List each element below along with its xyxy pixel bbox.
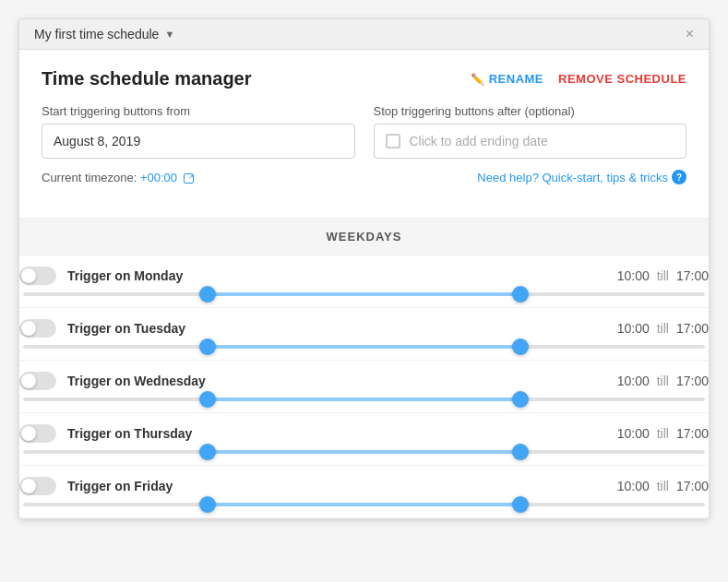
end-date-checkbox[interactable] xyxy=(386,134,400,148)
slider-thumb-start[interactable] xyxy=(199,496,216,513)
day-left: Trigger on Friday xyxy=(19,477,173,495)
day-left: Trigger on Thursday xyxy=(19,424,192,443)
help-link-text: Need help? Quick-start, tips & tricks xyxy=(477,171,668,184)
pencil-icon: ✏️ xyxy=(471,73,485,86)
slider-thumb-start[interactable] xyxy=(199,286,216,303)
toggle-knob xyxy=(21,268,36,283)
slider-fill xyxy=(208,292,521,296)
slider-row xyxy=(19,503,709,517)
toggle-knob xyxy=(21,374,36,388)
till-text: till xyxy=(657,268,669,283)
main-window: My first time schedule ▼ × Time schedule… xyxy=(18,18,710,519)
slider-track[interactable] xyxy=(23,345,705,349)
slider-track[interactable] xyxy=(23,503,705,506)
start-time: 10:00 xyxy=(617,268,650,283)
section-header: Time schedule manager ✏️ RENAME REMOVE S… xyxy=(42,68,686,89)
end-date-label: Stop triggering buttons after (optional) xyxy=(374,104,687,118)
title-bar-left: My first time schedule ▼ xyxy=(34,27,174,42)
window-title: My first time schedule xyxy=(34,27,159,42)
slider-thumb-start[interactable] xyxy=(199,444,216,460)
slider-thumb-start[interactable] xyxy=(199,339,216,355)
start-time: 10:00 xyxy=(617,426,650,441)
end-time: 17:00 xyxy=(676,374,709,388)
date-row: Start triggering buttons from Stop trigg… xyxy=(42,104,686,159)
day-times: 10:00 till 17:00 xyxy=(617,374,709,388)
start-date-input[interactable] xyxy=(42,124,355,159)
slider-fill xyxy=(208,450,521,454)
slider-row xyxy=(19,345,709,360)
start-time: 10:00 xyxy=(617,321,650,336)
slider-thumb-end[interactable] xyxy=(512,391,529,408)
day-times: 10:00 till 17:00 xyxy=(617,479,709,493)
start-time: 10:00 xyxy=(617,374,650,388)
day-top: Trigger on Friday 10:00 till 17:00 xyxy=(19,477,709,495)
till-text: till xyxy=(657,479,669,493)
day-name: Trigger on Monday xyxy=(67,268,183,283)
day-item: Trigger on Monday 10:00 till 17:00 xyxy=(18,255,710,308)
slider-thumb-end[interactable] xyxy=(512,444,529,460)
day-item: Trigger on Thursday 10:00 till 17:00 xyxy=(18,413,710,466)
day-left: Trigger on Wednesday xyxy=(19,372,206,390)
day-item: Trigger on Friday 10:00 till 17:00 xyxy=(18,466,710,518)
day-times: 10:00 till 17:00 xyxy=(617,426,709,441)
chevron-down-icon[interactable]: ▼ xyxy=(164,29,174,40)
toggle-knob xyxy=(21,426,36,441)
end-date-placeholder-text: Click to add ending date xyxy=(410,134,548,148)
till-text: till xyxy=(657,426,669,441)
end-date-group: Stop triggering buttons after (optional)… xyxy=(374,104,687,159)
slider-row xyxy=(19,398,709,412)
day-item: Trigger on Tuesday 10:00 till 17:00 xyxy=(18,308,710,361)
end-date-input[interactable]: Click to add ending date xyxy=(374,124,687,159)
end-time: 17:00 xyxy=(676,479,709,493)
day-toggle-4[interactable] xyxy=(19,477,56,495)
day-toggle-1[interactable] xyxy=(19,319,56,338)
day-top: Trigger on Thursday 10:00 till 17:00 xyxy=(19,424,709,443)
slider-fill xyxy=(208,398,521,401)
day-name: Trigger on Friday xyxy=(67,479,173,493)
header-actions: ✏️ RENAME REMOVE SCHEDULE xyxy=(471,72,686,86)
day-top: Trigger on Tuesday 10:00 till 17:00 xyxy=(19,319,709,338)
days-list: Trigger on Monday 10:00 till 17:00 xyxy=(18,255,710,518)
timezone-link[interactable]: +00:00 xyxy=(140,171,177,184)
slider-track[interactable] xyxy=(23,398,705,401)
toggle-knob xyxy=(21,321,36,336)
info-row: Current timezone: +00:00 ↗ Need help? Qu… xyxy=(42,170,686,184)
slider-thumb-end[interactable] xyxy=(512,339,529,355)
day-top: Trigger on Monday 10:00 till 17:00 xyxy=(19,267,709,285)
end-time: 17:00 xyxy=(676,321,709,336)
slider-thumb-start[interactable] xyxy=(199,391,216,408)
slider-row xyxy=(19,450,709,465)
day-name: Trigger on Wednesday xyxy=(67,374,206,388)
day-item: Trigger on Wednesday 10:00 till 17:00 xyxy=(18,361,710,413)
day-times: 10:00 till 17:00 xyxy=(617,321,709,336)
start-time: 10:00 xyxy=(617,479,650,493)
timezone-prefix: Current timezone: xyxy=(42,171,137,184)
till-text: till xyxy=(657,321,669,336)
slider-track[interactable] xyxy=(23,292,705,296)
day-toggle-3[interactable] xyxy=(19,424,56,443)
end-time: 17:00 xyxy=(676,426,709,441)
help-link[interactable]: Need help? Quick-start, tips & tricks ? xyxy=(477,170,686,184)
remove-schedule-button[interactable]: REMOVE SCHEDULE xyxy=(558,72,686,86)
slider-thumb-end[interactable] xyxy=(512,496,529,513)
timezone-text: Current timezone: +00:00 ↗ xyxy=(42,171,194,184)
slider-thumb-end[interactable] xyxy=(512,286,529,303)
slider-track[interactable] xyxy=(23,450,705,454)
rename-button[interactable]: ✏️ RENAME xyxy=(471,72,543,86)
day-left: Trigger on Tuesday xyxy=(19,319,185,338)
slider-fill xyxy=(208,345,521,349)
external-link-icon[interactable]: ↗ xyxy=(184,173,194,184)
day-toggle-2[interactable] xyxy=(19,372,56,390)
day-left: Trigger on Monday xyxy=(19,267,183,285)
slider-row xyxy=(19,292,709,307)
toggle-knob xyxy=(21,479,36,493)
day-times: 10:00 till 17:00 xyxy=(617,268,709,283)
day-name: Trigger on Tuesday xyxy=(67,321,185,336)
day-toggle-0[interactable] xyxy=(19,267,56,285)
till-text: till xyxy=(657,374,669,388)
start-date-group: Start triggering buttons from xyxy=(42,104,355,159)
weekdays-header: WEEKDAYS xyxy=(18,218,710,255)
day-top: Trigger on Wednesday 10:00 till 17:00 xyxy=(19,372,709,390)
close-button[interactable]: × xyxy=(686,27,694,42)
section-title: Time schedule manager xyxy=(42,68,252,89)
